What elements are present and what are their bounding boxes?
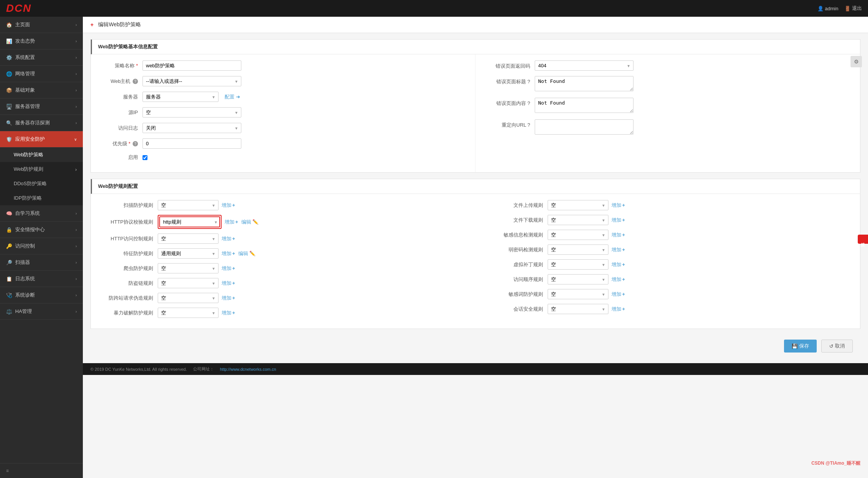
sensitive-word-add-button[interactable]: 增加 + (611, 291, 625, 298)
hotlink-rule-select[interactable]: 空 (158, 278, 219, 288)
chevron-right-icon: › (75, 167, 77, 172)
web-host-help-icon[interactable]: ? (133, 79, 138, 84)
sidebar-item-appsec[interactable]: 🛡️ 应用安全防护 ∨ (0, 131, 83, 148)
csrf-add-button[interactable]: 增加 + (222, 295, 235, 302)
sidebar-item-hamgmt[interactable]: ⚖️ HA管理 › (0, 303, 83, 320)
rule-row-crawler: 爬虫防护规则 空 增加 + (97, 263, 464, 273)
hamburger-button[interactable]: ≡ (0, 463, 83, 478)
enable-row: 启用 (97, 154, 469, 161)
http-access-rule-select[interactable]: 空 (158, 233, 219, 244)
sidebar-item-secinfo[interactable]: 🔒 安全情报中心 › (0, 222, 83, 238)
chevron-right-icon: › (76, 23, 77, 27)
enable-checkbox[interactable] (143, 155, 147, 160)
page-title: 编辑Web防护策略 (98, 21, 141, 28)
priority-help-icon[interactable]: ? (133, 141, 138, 146)
sidebar: 🏠 主页面 › 📊 攻击态势 › ⚙️ 系统配置 › 🌐 网络管理 › (0, 17, 83, 478)
settings-icon-button[interactable]: ⚙ (851, 56, 862, 67)
rule-control-bruteforce: 空 增加 + (158, 308, 464, 318)
sensitive-detect-add-button[interactable]: 增加 + (611, 232, 625, 238)
priority-input[interactable] (143, 138, 241, 149)
download-rule-select[interactable]: 空 (548, 215, 608, 225)
sidebar-item-netmgmt[interactable]: 🌐 网络管理 › (0, 66, 83, 82)
rule-control-vpatch: 空 增加 + (548, 259, 854, 270)
weakpwd-rule-select[interactable]: 空 (548, 245, 608, 255)
redirect-url-row: 重定向URL ? (482, 119, 854, 136)
crawler-rule-select[interactable]: 空 (158, 263, 219, 273)
download-add-button[interactable]: 增加 + (611, 217, 625, 224)
session-add-button[interactable]: 增加 + (611, 306, 625, 313)
vpatch-rule-select[interactable]: 空 (548, 259, 608, 270)
sidebar-item-scanner[interactable]: 🔎 扫描器 › (0, 254, 83, 271)
sidebar-item-webrule[interactable]: Web防护规则 › (0, 162, 83, 176)
hamgmt-icon: ⚖️ (6, 309, 12, 314)
website-link[interactable]: http://www.dcnetworks.com.cn (220, 367, 276, 372)
cancel-button[interactable]: ↺ 取消 (821, 340, 853, 353)
vpatch-add-button[interactable]: 增加 + (611, 261, 625, 268)
sidebar-item-logsys[interactable]: 📋 日志系统 › (0, 271, 83, 287)
sidebar-item-serverprobe[interactable]: 🔍 服务器存活探测 › (0, 115, 83, 131)
access-log-label: 访问日志 (97, 125, 143, 132)
hotlink-add-button[interactable]: 增加 + (222, 280, 235, 287)
sidebar-item-home[interactable]: 🏠 主页面 › (0, 17, 83, 33)
feature-edit-button[interactable]: 编辑 ✏️ (238, 250, 256, 257)
chevron-right-icon: › (76, 105, 77, 109)
scan-add-button[interactable]: 增加 + (222, 202, 235, 209)
http-verify-edit-button[interactable]: 编辑 ✏️ (241, 219, 259, 226)
redirect-url-input[interactable] (535, 119, 634, 135)
rule-select-download: 空 (548, 215, 608, 225)
sidebar-item-webpolicy[interactable]: Web防护策略 (0, 148, 83, 162)
sidebar-item-sysconfig[interactable]: ⚙️ 系统配置 › (0, 49, 83, 66)
sidebar-item-servermgmt[interactable]: 🖥️ 服务器管理 › (0, 98, 83, 115)
csrf-rule-select[interactable]: 空 (158, 293, 219, 303)
access-order-rule-select[interactable]: 空 (548, 274, 608, 284)
rule-row-session: 会话安全规则 空 增加 + (487, 304, 854, 314)
sensitive-detect-rule-select[interactable]: 空 (548, 230, 608, 240)
server-select[interactable]: 服务器 (143, 92, 219, 102)
feature-add-button[interactable]: 增加 + (222, 250, 235, 257)
sensitive-word-rule-select[interactable]: 空 (548, 289, 608, 299)
feature-rule-select[interactable]: 通用规则 (158, 248, 219, 259)
rule-select-session: 空 (548, 304, 608, 314)
weakpwd-add-button[interactable]: 增加 + (611, 246, 625, 253)
error-title-input[interactable]: Not Found (535, 76, 634, 91)
serverprobe-icon: 🔍 (6, 120, 12, 126)
chevron-right-icon: › (76, 39, 77, 43)
http-access-add-button[interactable]: 增加 + (222, 235, 235, 242)
source-ip-select[interactable]: 空 (143, 107, 241, 118)
error-title-help-icon[interactable]: ? (527, 79, 530, 84)
rule-control-sensitive-word: 空 增加 + (548, 289, 854, 299)
save-button[interactable]: 💾 保存 (784, 340, 817, 353)
sidebar-item-idppolicy[interactable]: IDP防护策略 (0, 191, 83, 205)
sidebar-item-attack[interactable]: 📊 攻击态势 › (0, 33, 83, 49)
error-content-help-icon[interactable]: ? (527, 100, 530, 106)
sidebar-item-accessctrl[interactable]: 🔑 访问控制 › (0, 238, 83, 254)
server-config-link[interactable]: 配置 ➜ (225, 94, 240, 100)
chevron-down-icon: ∨ (74, 137, 77, 141)
http-verify-add-button[interactable]: 增加 + (225, 219, 238, 226)
rule-row-sensitive-word: 敏感词防护规则 空 增加 + (487, 289, 854, 299)
crawler-add-button[interactable]: 增加 + (222, 265, 235, 272)
sidebar-item-baseobj[interactable]: 📦 基础对象 › (0, 82, 83, 98)
upload-add-button[interactable]: 增加 + (611, 202, 625, 209)
error-title-row: 错误页面标题 ? Not Found (482, 76, 854, 92)
error-content-input[interactable]: Not Found (535, 98, 634, 113)
web-host-select[interactable]: --请输入或选择-- (143, 76, 241, 86)
session-rule-select[interactable]: 空 (548, 304, 608, 314)
sidebar-item-ddospolicy[interactable]: DDoS防护策略 (0, 176, 83, 191)
scan-rule-select[interactable]: 空 (158, 200, 219, 210)
http-verify-rule-select[interactable]: http规则 (159, 216, 220, 227)
access-log-select[interactable]: 关闭 (143, 123, 241, 133)
bruteforce-add-button[interactable]: 增加 + (222, 310, 235, 316)
logout-button[interactable]: 🚪 退出 (844, 5, 862, 12)
sidebar-item-sysdiag[interactable]: 🩺 系统诊断 › (0, 287, 83, 303)
upload-rule-select[interactable]: 空 (548, 200, 608, 210)
access-order-add-button[interactable]: 增加 + (611, 276, 625, 283)
error-code-select[interactable]: 404 403 500 (535, 60, 634, 71)
priority-control (143, 138, 469, 149)
redirect-url-help-icon[interactable]: ? (527, 122, 530, 128)
sidebar-item-selflearn[interactable]: 🧠 自学习系统 › (0, 205, 83, 222)
policy-name-input[interactable] (143, 60, 241, 71)
bruteforce-rule-select[interactable]: 空 (158, 308, 219, 318)
feedback-tab[interactable]: 反馈 (858, 235, 868, 244)
chevron-right-icon: › (76, 277, 77, 281)
